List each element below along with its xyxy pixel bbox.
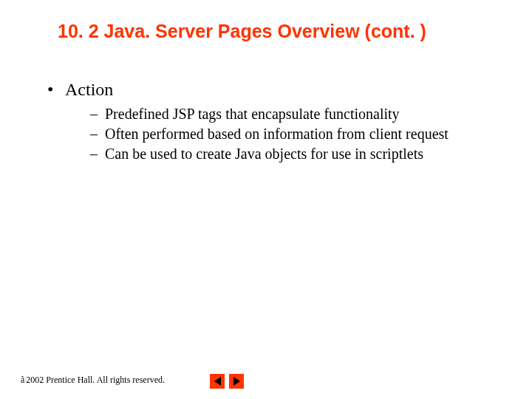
bullet-level2: Predefined JSP tags that encapsulate fun…: [86, 105, 502, 123]
copyright-symbol-icon: ã: [21, 375, 24, 386]
bullet-level2: Often performed based on information fro…: [86, 125, 502, 143]
bullet-label: Action: [65, 80, 113, 99]
arrow-left-icon: [214, 377, 221, 386]
footer: ã 2002 Prentice Hall. All rights reserve…: [21, 375, 165, 386]
slide: 10. 2 Java. Server Pages Overview (cont.…: [0, 0, 532, 399]
bullet-level2: Can be used to create Java objects for u…: [86, 145, 502, 163]
slide-title: 10. 2 Java. Server Pages Overview (cont.…: [58, 21, 502, 42]
footer-text: 2002 Prentice Hall. All rights reserved.: [26, 375, 165, 386]
bullet-level1: Action Predefined JSP tags that encapsul…: [44, 78, 502, 163]
nav-controls: [210, 374, 244, 389]
prev-slide-button[interactable]: [210, 374, 225, 389]
arrow-right-icon: [233, 377, 240, 386]
sub-bullets: Predefined JSP tags that encapsulate fun…: [86, 105, 502, 163]
next-slide-button[interactable]: [229, 374, 244, 389]
slide-body: Action Predefined JSP tags that encapsul…: [44, 74, 502, 168]
